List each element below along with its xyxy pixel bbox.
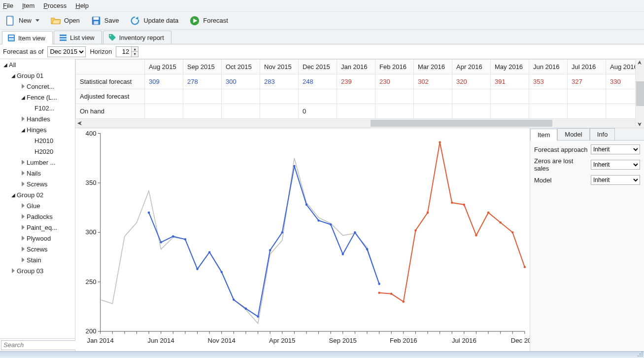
grid-cell[interactable] <box>452 89 491 104</box>
grid-cell[interactable] <box>337 104 375 119</box>
grid-cell[interactable] <box>414 89 452 104</box>
horizon-input[interactable] <box>116 47 131 57</box>
tree-fence[interactable]: ◢Fence (L... <box>0 92 75 103</box>
resize-grip-icon[interactable] <box>637 351 643 357</box>
scroll-left-icon[interactable]: ⮜ <box>75 121 84 126</box>
tree-stain[interactable]: Stain <box>0 254 75 265</box>
tree-f102[interactable]: F102... <box>0 103 75 113</box>
zeros-lost-sales-select[interactable]: Inherit <box>591 160 640 170</box>
grid-cell[interactable]: 239 <box>337 74 375 89</box>
grid-cell[interactable]: 278 <box>183 74 222 89</box>
menu-process[interactable]: Process <box>43 2 67 9</box>
svg-point-104 <box>511 231 513 234</box>
tree-group01[interactable]: ◢Group 01 <box>0 70 75 81</box>
new-button[interactable]: New <box>3 14 41 27</box>
prop-tab-item[interactable]: Item <box>530 129 557 141</box>
forecast-approach-select[interactable]: Inherit <box>591 144 640 154</box>
grid-cell[interactable] <box>183 104 222 119</box>
menu-file[interactable]: File <box>3 2 13 9</box>
tag-icon <box>108 34 116 41</box>
tree-h2020[interactable]: H2020 <box>0 146 75 157</box>
hscroll-track[interactable] <box>84 119 635 127</box>
tree-plywood[interactable]: Plywood <box>0 233 75 244</box>
grid-cell[interactable] <box>375 89 414 104</box>
tab-list-view[interactable]: List view <box>54 31 102 44</box>
forecast-button[interactable]: Forecast <box>187 14 230 27</box>
tree-all[interactable]: ◢All <box>0 59 75 70</box>
scroll-down-icon[interactable]: ⮟ <box>638 121 642 128</box>
hscroll-thumb[interactable] <box>371 120 552 127</box>
prop-body: Forecast approach Inherit Zeros are lost… <box>530 141 644 189</box>
grid-cell[interactable]: 0 <box>299 104 337 119</box>
grid-cell[interactable]: 248 <box>299 74 337 89</box>
spin-up-icon[interactable]: ▲ <box>131 47 138 52</box>
grid-cell[interactable] <box>414 104 452 119</box>
grid-cell[interactable] <box>183 89 222 104</box>
save-label: Save <box>104 17 119 24</box>
tree-painteq[interactable]: Paint_eq... <box>0 222 75 233</box>
view-tabs: Item view List view Inventory report <box>0 30 644 44</box>
model-select[interactable]: Inherit <box>591 175 640 185</box>
grid-cell[interactable]: 391 <box>491 74 529 89</box>
scroll-up-icon[interactable]: ⮝ <box>638 59 642 66</box>
grid-cell[interactable] <box>299 89 337 104</box>
prop-tab-info[interactable]: Info <box>590 128 615 140</box>
grid-cell[interactable] <box>222 104 260 119</box>
svg-point-100 <box>463 204 465 206</box>
tab-inventory-report[interactable]: Inventory report <box>103 31 171 44</box>
tree-hinges[interactable]: ◢Hinges <box>0 124 75 135</box>
tree-h2010[interactable]: H2010 <box>0 135 75 146</box>
tree-group02[interactable]: ◢Group 02 <box>0 189 75 200</box>
vscroll-thumb[interactable] <box>636 81 644 106</box>
tab-item-view[interactable]: Item view <box>2 31 53 44</box>
grid-cell[interactable] <box>491 104 529 119</box>
grid-cell[interactable] <box>337 89 375 104</box>
forecast-approach-label: Forecast approach <box>534 146 588 153</box>
grid-cell[interactable]: 309 <box>145 74 183 89</box>
tree-concret[interactable]: Concret... <box>0 81 75 92</box>
grid-cell[interactable] <box>491 89 529 104</box>
tree-lumber[interactable]: Lumber ... <box>0 157 75 168</box>
save-disk-icon <box>91 15 102 26</box>
open-button[interactable]: Open <box>48 14 82 27</box>
menu-help[interactable]: Help <box>75 2 89 9</box>
forecast-asof-select[interactable]: Dec 2015 <box>47 46 86 57</box>
grid-cell[interactable]: 320 <box>452 74 491 89</box>
menu-item[interactable]: Item <box>22 2 34 9</box>
tree-screws2[interactable]: Screws <box>0 244 75 254</box>
grid-cell[interactable] <box>145 89 183 104</box>
grid-vscroll[interactable]: ⮝ ⮟ <box>635 59 644 128</box>
grid-cell[interactable] <box>568 104 606 119</box>
grid-cell[interactable] <box>452 104 491 119</box>
grid-cell[interactable] <box>375 104 414 119</box>
grid-cell[interactable]: 302 <box>414 74 452 89</box>
grid-cell[interactable] <box>260 89 299 104</box>
grid-cell[interactable]: 300 <box>222 74 260 89</box>
save-button[interactable]: Save <box>89 14 121 27</box>
grid-cell[interactable] <box>529 89 568 104</box>
grid-cell[interactable] <box>568 89 606 104</box>
grid-cell[interactable] <box>529 104 568 119</box>
tree-padlocks[interactable]: Padlocks <box>0 211 75 222</box>
grid-cell[interactable] <box>222 89 260 104</box>
prop-tab-model[interactable]: Model <box>557 128 589 140</box>
grid-cell[interactable]: 327 <box>568 74 606 89</box>
grid-cell[interactable]: 283 <box>260 74 299 89</box>
tree-screws1[interactable]: Screws <box>0 179 75 189</box>
tree-glue[interactable]: Glue <box>0 200 75 211</box>
grid-cell[interactable]: 230 <box>375 74 414 89</box>
refresh-icon <box>130 15 140 26</box>
spin-down-icon[interactable]: ▼ <box>131 52 138 57</box>
tree-group03[interactable]: Group 03 <box>0 265 75 276</box>
tree-nails[interactable]: Nails <box>0 168 75 179</box>
filter-bar: Forecast as of Dec 2015 Horizon ▲ ▼ <box>0 44 644 59</box>
tree-handles[interactable]: Handles <box>0 113 75 124</box>
grid-cell[interactable]: 353 <box>529 74 568 89</box>
grid-cell[interactable] <box>260 104 299 119</box>
grid-hscroll[interactable]: ⮜ ⮞ <box>75 119 644 128</box>
update-data-button[interactable]: Update data <box>128 14 180 27</box>
forecast-grid[interactable]: Aug 2015Sep 2015Oct 2015Nov 2015Dec 2015… <box>75 59 644 119</box>
horizon-spinner[interactable]: ▲ ▼ <box>116 46 138 57</box>
grid-cell[interactable] <box>145 104 183 119</box>
svg-point-103 <box>499 221 501 224</box>
